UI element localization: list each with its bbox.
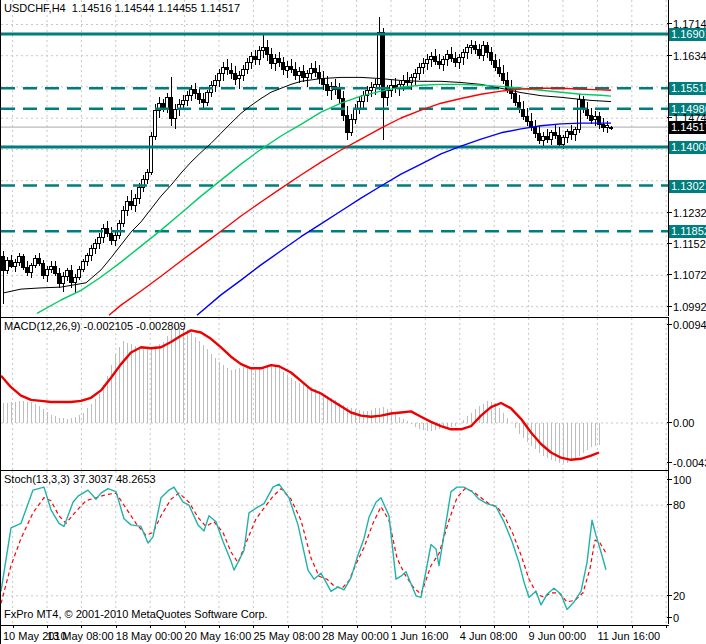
- price-axis-label: 1.14517: [669, 121, 706, 134]
- candle-body: [474, 45, 477, 50]
- candle-body: [50, 266, 53, 269]
- candle-body: [470, 45, 473, 48]
- candle-body: [298, 71, 301, 75]
- time-axis-tick: [357, 625, 358, 628]
- candle-body: [90, 248, 93, 256]
- candle-body: [466, 48, 469, 53]
- macd-signal-line: [1, 330, 599, 459]
- price-chart-canvas[interactable]: [1, 0, 669, 317]
- stochastic-chart-canvas[interactable]: [1, 471, 669, 625]
- candle-body: [230, 70, 233, 73]
- candle-body: [34, 259, 37, 266]
- candle-body: [502, 73, 505, 80]
- candle-body: [594, 117, 597, 120]
- time-axis-tick: [529, 625, 530, 628]
- candle-body: [602, 125, 605, 128]
- candle-body: [62, 276, 65, 283]
- candle-body: [558, 136, 561, 145]
- main-price-panel[interactable]: USDCHF,H4 1.14516 1.14544 1.14455 1.1451…: [1, 0, 706, 317]
- candle-body: [122, 211, 125, 224]
- stochastic-indicator-panel[interactable]: Stoch(13,3,3) 37.3037 48.2653 FxPro MT4,…: [1, 471, 706, 625]
- axis-tick: [667, 462, 672, 463]
- copyright-text: FxPro MT4, © 2001-2010 MetaQuotes Softwa…: [4, 608, 268, 620]
- candle-body: [18, 257, 21, 263]
- candle-body: [566, 132, 569, 138]
- candle-body: [246, 62, 249, 69]
- time-axis-tick: [391, 625, 392, 628]
- time-axis-label: 18 May 00:00: [116, 630, 183, 642]
- candle-body: [242, 69, 245, 75]
- candle-body: [266, 48, 269, 55]
- candle-body: [294, 69, 297, 75]
- candle-body: [314, 68, 317, 72]
- price-axis-label: 1.11520: [673, 238, 706, 250]
- stoch-k-line: [1, 484, 606, 609]
- panel-separator-2: [1, 470, 669, 471]
- candle-body: [410, 78, 413, 83]
- candle-body: [482, 46, 485, 56]
- candle-body: [446, 54, 449, 59]
- axis-tick: [667, 55, 672, 56]
- macd-label: MACD(12,26,9) -0.002105 -0.002809: [4, 320, 186, 332]
- time-axis-label: 9 Jun 00:00: [529, 630, 587, 642]
- candle-body: [126, 201, 129, 210]
- candle-body: [454, 58, 457, 62]
- time-axis-tick: [81, 625, 82, 628]
- axis-tick: [667, 23, 672, 24]
- candle-body: [218, 74, 221, 80]
- time-axis[interactable]: 10 May 201013 May 08:0018 May 00:0020 Ma…: [1, 626, 706, 644]
- macd-chart-canvas[interactable]: [1, 318, 669, 470]
- candle-body: [54, 266, 57, 273]
- macd-axis-label: 0.00941: [673, 319, 706, 331]
- candle-body: [378, 32, 381, 85]
- price-axis-label: 1.16901: [669, 28, 706, 41]
- candle-body: [426, 59, 429, 63]
- candle-body: [562, 138, 565, 145]
- candle-body: [222, 67, 225, 74]
- candle-body: [110, 233, 113, 240]
- price-axis[interactable]: 1.171451.169011.163451.155131.149861.147…: [669, 0, 706, 625]
- time-axis-tick: [632, 625, 633, 628]
- candle-body: [326, 85, 329, 91]
- time-axis-label: 28 May 00:00: [322, 630, 389, 642]
- candle-body: [318, 72, 321, 79]
- candle-body: [198, 93, 201, 99]
- candle-body: [422, 63, 425, 67]
- candle-body: [78, 269, 81, 277]
- time-axis-tick: [288, 625, 289, 628]
- time-axis-label: 11 Jun 16:00: [597, 630, 660, 642]
- price-axis-label: 1.10720: [673, 269, 706, 281]
- price-axis-label: 1.12320: [673, 207, 706, 219]
- candle-body: [278, 58, 281, 62]
- candle-body: [250, 57, 253, 63]
- time-axis-tick: [13, 625, 14, 628]
- candle-body: [70, 270, 73, 282]
- time-axis-tick: [150, 625, 151, 628]
- candle-body: [186, 96, 189, 101]
- candle-body: [194, 90, 197, 94]
- candle-body: [14, 263, 17, 267]
- candle-body: [254, 57, 257, 60]
- panel-separator-1: [1, 317, 669, 318]
- time-axis-label: 20 May 16:00: [185, 630, 252, 642]
- candle-body: [526, 116, 529, 122]
- time-axis-label: 4 Jun 08:00: [460, 630, 518, 642]
- axis-tick: [667, 504, 672, 505]
- candle-body: [302, 71, 305, 78]
- candle-body: [234, 73, 237, 79]
- candle-body: [214, 80, 217, 86]
- candle-body: [354, 109, 357, 119]
- macd-indicator-panel[interactable]: MACD(12,26,9) -0.002105 -0.002809: [1, 318, 706, 470]
- candle-body: [450, 54, 453, 58]
- time-axis-tick: [666, 625, 667, 628]
- candle-body: [182, 100, 185, 104]
- candle-body: [162, 104, 165, 109]
- stoch-d-line: [1, 489, 606, 604]
- axis-tick: [667, 243, 672, 244]
- candle-body: [534, 127, 537, 134]
- time-axis-tick: [563, 625, 564, 628]
- candle-body: [146, 173, 149, 180]
- candle-body: [386, 91, 389, 98]
- candle-body: [58, 273, 61, 283]
- stoch-axis-label: 0: [673, 612, 679, 624]
